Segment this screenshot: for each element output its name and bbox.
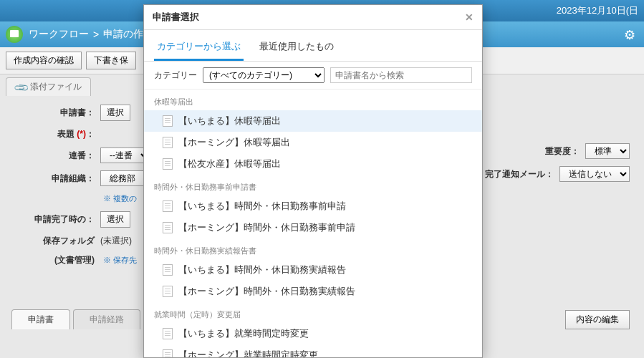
doc-mgmt-label: (文書管理) <box>14 254 100 266</box>
category-group: 就業時間（定時）変更届【いちまる】就業時間定時変更【ホーミング】就業時間定時変更 <box>144 305 482 357</box>
complete-label: 申請完了時の： <box>14 213 100 226</box>
search-input[interactable] <box>330 67 472 83</box>
select-application-modal: 申請書選択 ✕ カテゴリーから選ぶ 最近使用したもの カテゴリー (すべてのカテ… <box>143 4 483 358</box>
application-item-label: 【松友水産】休暇等届出 <box>178 158 281 170</box>
document-icon <box>163 200 173 212</box>
category-heading: 時間外・休日勤務事前申請書 <box>144 178 482 195</box>
breadcrumb-sep: > <box>93 29 99 40</box>
title-label: 表題 (*)： <box>14 128 100 140</box>
category-group: 時間外・休日勤務実績報告書【いちまる】時間外・休日勤務実績報告【ホーミング】時間… <box>144 241 482 305</box>
select-application-button[interactable]: 選択 <box>100 105 130 121</box>
application-item[interactable]: 【ホーミング】休暇等届出 <box>144 132 482 153</box>
category-group: 休暇等届出【いちまる】休暇等届出【ホーミング】休暇等届出【松友水産】休暇等届出 <box>144 92 482 178</box>
application-item-label: 【いちまる】時間外・休日勤務事前申請 <box>178 200 346 213</box>
modal-header: 申請書選択 ✕ <box>144 5 482 30</box>
org-label: 申請組織： <box>14 173 100 185</box>
save-folder-value: (未選択) <box>100 235 132 247</box>
application-item[interactable]: 【いちまる】休暇等届出 <box>144 110 482 132</box>
modal-tabs: カテゴリーから選ぶ 最近使用したもの <box>144 30 482 62</box>
category-heading: 時間外・休日勤務実績報告書 <box>144 241 482 259</box>
attach-file-tab[interactable]: 📎 添付ファイル <box>6 77 91 96</box>
paperclip-icon: 📎 <box>13 79 29 95</box>
document-icon <box>163 349 173 357</box>
application-item[interactable]: 【いちまる】時間外・休日勤務実績報告 <box>144 259 482 281</box>
modal-title: 申請書選択 <box>153 11 199 24</box>
document-icon <box>163 115 173 127</box>
application-item-label: 【ホーミング】時間外・休日勤務実績報告 <box>178 285 355 298</box>
breadcrumb-app[interactable]: ワークフロー <box>29 28 89 41</box>
tab-application-form[interactable]: 申請書 <box>11 309 70 329</box>
application-form-label: 申請書： <box>14 107 100 119</box>
notify-select[interactable]: 送信しない <box>559 166 630 182</box>
application-item-label: 【ホーミング】時間外・休日勤務事前申請 <box>178 221 355 234</box>
required-marker: (*) <box>77 129 86 139</box>
modal-body[interactable]: 休暇等届出【いちまる】休暇等届出【ホーミング】休暇等届出【松友水産】休暇等届出時… <box>144 90 482 357</box>
lower-tabs: 申請書 申請経路 <box>11 309 140 329</box>
notify-label: 完了通知メール： <box>481 168 559 180</box>
org-note: ※ 複数の <box>103 193 137 204</box>
settings-gear-icon[interactable]: ⚙ <box>624 27 638 42</box>
application-item[interactable]: 【ホーミング】就業時間定時変更 <box>144 344 482 357</box>
date-text: 2023年12月10日(日 <box>557 4 638 17</box>
application-item-label: 【いちまる】時間外・休日勤務実績報告 <box>178 263 346 276</box>
category-filter-select[interactable]: (すべてのカテゴリー) <box>203 67 325 83</box>
document-icon <box>163 137 173 148</box>
document-icon <box>163 264 173 276</box>
application-item[interactable]: 【ホーミング】時間外・休日勤務事前申請 <box>144 217 482 238</box>
priority-select[interactable]: 標準 <box>585 143 630 159</box>
modal-tab-category[interactable]: カテゴリーから選ぶ <box>154 36 244 61</box>
application-item-label: 【いちまる】休暇等届出 <box>178 115 281 127</box>
application-item[interactable]: 【いちまる】就業時間定時変更 <box>144 323 482 344</box>
modal-tab-recent[interactable]: 最近使用したもの <box>256 36 337 61</box>
breadcrumb-page: 申請の作 <box>103 28 143 41</box>
doc-mgmt-note: ※ 保存先 <box>103 255 137 266</box>
edit-content-button[interactable]: 内容の編集 <box>565 310 630 329</box>
category-heading: 就業時間（定時）変更届 <box>144 305 482 323</box>
application-item-label: 【ホーミング】就業時間定時変更 <box>178 349 318 357</box>
right-form: 重要度： 標準 完了通知メール： 送信しない <box>481 143 630 189</box>
document-icon <box>163 328 173 339</box>
document-icon <box>163 158 173 170</box>
category-heading: 休暇等届出 <box>144 92 482 110</box>
complete-select-button[interactable]: 選択 <box>100 211 130 228</box>
document-icon <box>163 286 173 297</box>
close-icon[interactable]: ✕ <box>465 11 474 23</box>
application-item-label: 【いちまる】就業時間定時変更 <box>178 327 309 340</box>
save-folder-label: 保存フォルダ <box>14 235 100 247</box>
modal-filter-bar: カテゴリー (すべてのカテゴリー) <box>144 62 482 90</box>
application-item[interactable]: 【ホーミング】時間外・休日勤務実績報告 <box>144 281 482 302</box>
application-item-label: 【ホーミング】休暇等届出 <box>178 136 290 149</box>
attach-label: 添付ファイル <box>30 81 82 93</box>
priority-label: 重要度： <box>506 145 585 158</box>
application-item[interactable]: 【いちまる】時間外・休日勤務事前申請 <box>144 195 482 217</box>
workflow-app-icon <box>6 26 23 43</box>
application-item[interactable]: 【松友水産】休暇等届出 <box>144 153 482 175</box>
filter-label: カテゴリー <box>154 69 197 82</box>
confirm-button[interactable]: 作成内容の確認 <box>6 52 82 69</box>
category-group: 時間外・休日勤務事前申請書【いちまる】時間外・休日勤務事前申請【ホーミング】時間… <box>144 178 482 241</box>
tab-route[interactable]: 申請経路 <box>73 309 140 329</box>
document-icon <box>163 222 173 233</box>
save-draft-button[interactable]: 下書き保 <box>86 52 136 69</box>
serial-label: 連番： <box>14 150 100 162</box>
